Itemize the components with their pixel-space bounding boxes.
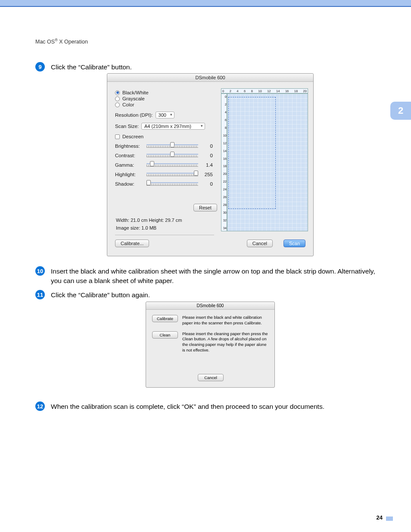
- width-height-info: Width: 21.0 cm Height: 29.7 cm: [116, 218, 182, 223]
- shadow-slider[interactable]: [146, 182, 198, 186]
- rv-12: 24: [221, 187, 227, 191]
- top-accent-bar: [0, 0, 411, 6]
- rv-7: 14: [221, 149, 227, 153]
- ruler-vertical: 0 2 4 6 8 10 12 14 16 18 20 22 24 26 28 …: [221, 93, 227, 231]
- resolution-row: Resolution (DPI): 300: [115, 112, 218, 118]
- dialog-cancel-button[interactable]: Cancel: [198, 374, 224, 381]
- screenshot-settings-dialog: DSmobile 600 Black/White Grayscale Color…: [107, 73, 314, 256]
- step-12-text: When the calibration scan is complete, c…: [51, 401, 324, 411]
- page-header: Mac OS® X Operation: [35, 38, 88, 45]
- radio-bw-row[interactable]: Black/White: [115, 90, 218, 95]
- brightness-slider[interactable]: [146, 144, 198, 148]
- radio-color[interactable]: [115, 103, 120, 107]
- scan-button[interactable]: Scan: [283, 240, 305, 247]
- resolution-label: Resolution (DPI):: [115, 112, 153, 118]
- step-10: 10 Insert the black and white calibratio…: [35, 266, 380, 286]
- rv-2: 4: [221, 110, 227, 114]
- step-bullet-9: 9: [35, 62, 45, 72]
- rv-5: 10: [221, 134, 227, 137]
- rh-9: 18: [294, 89, 298, 93]
- settings-left-panel: Black/White Grayscale Color Resolution (…: [115, 90, 218, 187]
- rv-6: 12: [221, 141, 227, 145]
- rv-4: 8: [221, 126, 227, 130]
- step-11-text: Click the “Calibrate” button again.: [51, 290, 150, 300]
- rh-3: 6: [244, 89, 246, 93]
- reset-button[interactable]: Reset: [193, 204, 217, 212]
- radio-gray-row[interactable]: Grayscale: [115, 96, 218, 101]
- selection-box[interactable]: [228, 97, 276, 209]
- step-9-text: Click the “Calibrate” button.: [51, 62, 132, 72]
- descreen-row[interactable]: Descreen: [115, 134, 218, 139]
- gamma-value: 1.4: [202, 162, 213, 168]
- preview-canvas[interactable]: [227, 93, 308, 231]
- contrast-row: Contrast: 0: [115, 153, 218, 158]
- gamma-slider[interactable]: [146, 163, 198, 167]
- step-bullet-11: 11: [35, 290, 45, 299]
- screenshot-calibrate-dialog: DSmobile 600 Calibrate Please insert the…: [146, 302, 275, 388]
- step-11: 11 Click the “Calibrate” button again.: [35, 290, 150, 300]
- dialog-clean-button[interactable]: Clean: [152, 331, 178, 339]
- highlight-row: Highlight: 255: [115, 172, 218, 177]
- rv-16: 32: [221, 218, 227, 222]
- rv-9: 18: [221, 164, 227, 168]
- radio-color-row[interactable]: Color: [115, 102, 218, 107]
- rh-8: 16: [285, 89, 289, 93]
- scansize-select[interactable]: A4 (210mm x 297mm): [141, 123, 205, 130]
- rh-6: 12: [267, 89, 271, 93]
- highlight-slider[interactable]: [146, 173, 198, 176]
- radio-bw[interactable]: [115, 90, 120, 95]
- rh-2: 4: [237, 89, 238, 93]
- preview-area: 0 2 4 6 8 10 12 14 16 18 20 0 2 4 6 8 10…: [221, 88, 308, 235]
- dialog2-title: DSmobile 600: [146, 302, 274, 310]
- chapter-tab: 2: [390, 102, 411, 120]
- rv-11: 22: [221, 180, 227, 184]
- descreen-checkbox[interactable]: [115, 134, 120, 139]
- shadow-value: 0: [202, 181, 213, 187]
- rv-8: 16: [221, 157, 227, 161]
- header-os-suffix: X Operation: [58, 39, 88, 45]
- scansize-row: Scan Size: A4 (210mm x 297mm): [115, 123, 218, 130]
- rh-4: 8: [251, 89, 253, 93]
- rv-3: 6: [221, 118, 227, 122]
- top-rule: [0, 6, 411, 7]
- rh-7: 14: [276, 89, 280, 93]
- resolution-select[interactable]: 300: [156, 112, 174, 118]
- step-12: 12 When the calibration scan is complete…: [35, 401, 324, 411]
- contrast-value: 0: [202, 153, 213, 158]
- step-10-text: Insert the black and white calibration s…: [51, 266, 380, 286]
- shadow-label: Shadow:: [115, 181, 143, 187]
- descreen-label: Descreen: [122, 134, 143, 139]
- brightness-value: 0: [202, 143, 213, 149]
- rv-14: 28: [221, 203, 227, 207]
- cancel-button[interactable]: Cancel: [247, 240, 273, 247]
- dialog-title: DSmobile 600: [107, 74, 313, 82]
- rv-1: 2: [221, 103, 227, 106]
- radio-gray-label: Grayscale: [122, 96, 145, 101]
- gamma-row: Gamma: 1.4: [115, 162, 218, 168]
- calibrate-instruction: Please insert the black and white calibr…: [182, 315, 268, 326]
- clean-row: Clean Please insert the cleaning paper t…: [146, 326, 274, 353]
- step-bullet-12: 12: [35, 401, 45, 411]
- calibrate-button[interactable]: Calibrate...: [115, 240, 149, 247]
- page-corner-mark: [386, 516, 393, 521]
- dialog-calibrate-button[interactable]: Calibrate: [152, 315, 178, 322]
- rv-15: 30: [221, 211, 227, 215]
- brightness-label: Brightness:: [115, 143, 143, 149]
- rv-10: 20: [221, 172, 227, 176]
- rh-1: 2: [230, 89, 231, 93]
- contrast-slider[interactable]: [146, 154, 198, 157]
- radio-bw-label: Black/White: [122, 90, 149, 95]
- rh-5: 10: [258, 89, 262, 93]
- step-bullet-10: 10: [35, 266, 45, 276]
- page-number: 24: [377, 514, 383, 521]
- header-reg: ®: [55, 38, 58, 42]
- calibrate-row: Calibrate Please insert the black and wh…: [146, 310, 274, 326]
- radio-gray[interactable]: [115, 96, 120, 101]
- rh-10: 20: [303, 89, 307, 93]
- brightness-row: Brightness: 0: [115, 143, 218, 149]
- ruler-horizontal: 0 2 4 6 8 10 12 14 16 18 20: [221, 88, 308, 93]
- clean-instruction: Please insert the cleaning paper then pr…: [182, 331, 268, 353]
- shadow-row: Shadow: 0: [115, 181, 218, 187]
- divider: [115, 235, 214, 235]
- gamma-label: Gamma:: [115, 162, 143, 168]
